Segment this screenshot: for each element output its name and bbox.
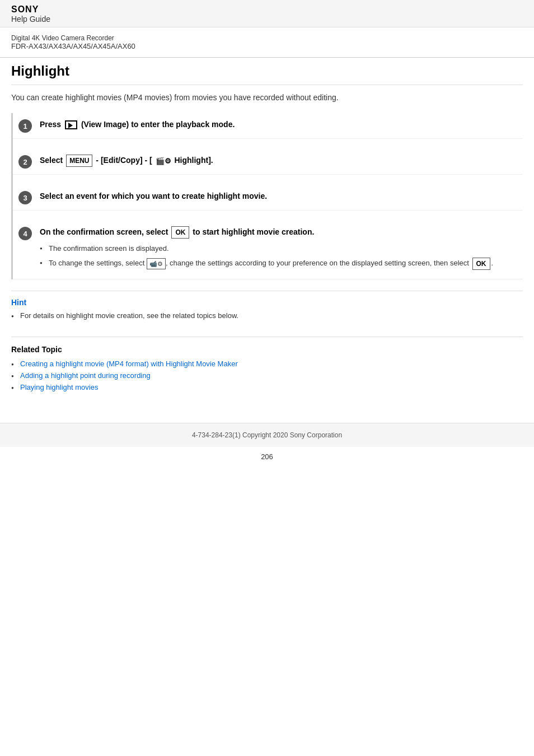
header: SONY Help Guide: [0, 0, 534, 27]
ok-button-inline: OK: [472, 258, 490, 270]
related-link-1[interactable]: Creating a highlight movie (MP4 format) …: [20, 360, 238, 368]
related-topic-section: Related Topic Creating a highlight movie…: [11, 337, 523, 391]
step-4-label: On the confirmation screen, select OK to…: [40, 227, 314, 236]
step-4: 4 On the confirmation screen, select OK …: [13, 221, 523, 279]
step-4-detail-1: The confirmation screen is displayed.: [40, 243, 523, 254]
model-name: FDR-AX43/AX43A/AX45/AX45A/AX60: [11, 42, 523, 50]
step-number-3: 3: [18, 191, 32, 204]
step-4-main: On the confirmation screen, select OK to…: [40, 226, 523, 239]
step-content-4: On the confirmation screen, select OK to…: [40, 226, 523, 273]
menu-box-icon: MENU: [66, 155, 92, 167]
footer: 4-734-284-23(1) Copyright 2020 Sony Corp…: [0, 423, 534, 447]
hint-list: For details on highlight movie creation,…: [11, 311, 523, 320]
step-content-3: Select an event for which you want to cr…: [40, 190, 523, 202]
related-link-3[interactable]: Playing highlight movies: [20, 383, 98, 391]
step-1: 1 Press (View Image) to enter the playba…: [13, 113, 523, 139]
step-number-2: 2: [18, 155, 32, 169]
step-content-2: Select MENU - [Edit/Copy] - [ 🎬⚙ Highlig…: [40, 155, 523, 167]
step-number-1: 1: [18, 119, 32, 133]
hint-title: Hint: [11, 298, 523, 307]
breadcrumb: Digital 4K Video Camera Recorder FDR-AX4…: [0, 27, 534, 53]
related-topic-list: Creating a highlight movie (MP4 format) …: [11, 360, 523, 391]
main-content: Highlight You can create highlight movie…: [0, 57, 534, 406]
step-2-main: Select MENU - [Edit/Copy] - [ 🎬⚙ Highlig…: [40, 155, 523, 167]
page-number: 206: [0, 452, 534, 461]
step-4-details: The confirmation screen is displayed. To…: [40, 243, 523, 270]
step-content-1: Press (View Image) to enter the playback…: [40, 119, 523, 130]
copyright-text: 4-734-284-23(1) Copyright 2020 Sony Corp…: [192, 431, 342, 439]
step-2: 2 Select MENU - [Edit/Copy] - [ 🎬⚙ Highl…: [13, 149, 523, 175]
sony-logo: SONY: [11, 4, 523, 15]
step-4-detail-2: To change the settings, select 📹⚙, chang…: [40, 258, 523, 270]
device-type: Digital 4K Video Camera Recorder: [11, 34, 523, 42]
step-3-main: Select an event for which you want to cr…: [40, 190, 523, 202]
step-2-label2: Highlight].: [174, 156, 213, 165]
related-topic-item-1[interactable]: Creating a highlight movie (MP4 format) …: [11, 360, 523, 368]
related-topic-title: Related Topic: [11, 345, 523, 354]
step-2-label: [Edit/Copy] - [: [101, 156, 152, 165]
page-title: Highlight: [11, 63, 523, 85]
hint-section: Hint For details on highlight movie crea…: [11, 291, 523, 320]
step-3: 3 Select an event for which you want to …: [13, 185, 523, 211]
related-topic-item-2[interactable]: Adding a highlight point during recordin…: [11, 371, 523, 380]
intro-text: You can create highlight movies (MP4 mov…: [11, 93, 523, 102]
ok-button-icon: OK: [171, 226, 189, 239]
related-link-2[interactable]: Adding a highlight point during recordin…: [20, 371, 151, 380]
related-topic-item-3[interactable]: Playing highlight movies: [11, 383, 523, 391]
highlight-icon: 🎬⚙: [156, 156, 171, 167]
step-3-label: Select an event for which you want to cr…: [40, 192, 267, 200]
hint-item-1: For details on highlight movie creation,…: [11, 311, 523, 320]
step-number-4: 4: [18, 227, 32, 240]
steps-container: 1 Press (View Image) to enter the playba…: [11, 113, 523, 279]
step-1-main: Press (View Image) to enter the playback…: [40, 119, 523, 130]
step-1-label: (View Image) to enter the playback mode.: [81, 120, 235, 129]
help-guide-title: Help Guide: [11, 15, 523, 24]
view-image-icon: [65, 120, 77, 129]
